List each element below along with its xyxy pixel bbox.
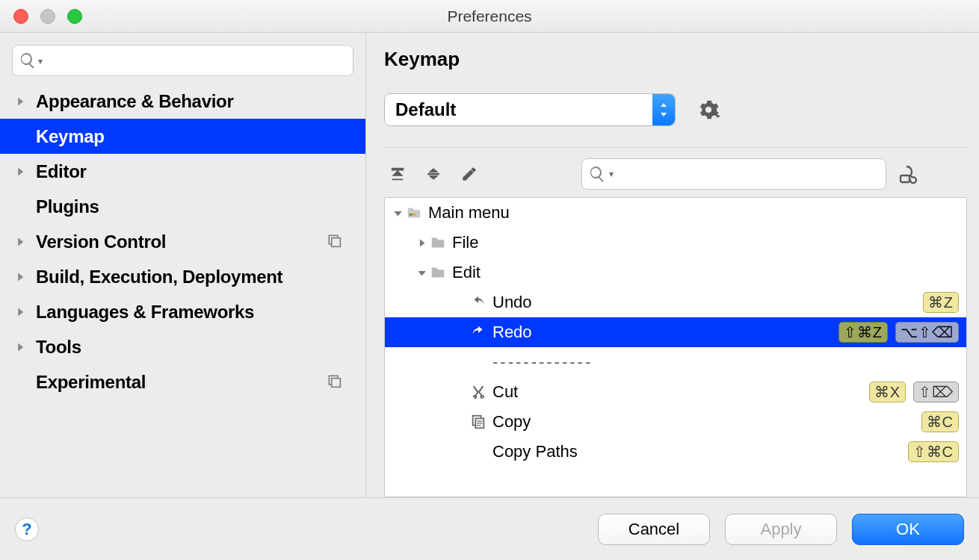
tree-action-item[interactable]: Copy⌘C [385,407,966,437]
dialog-button-bar: ? Cancel Apply OK [0,497,979,560]
category-label: Appearance & Behavior [36,91,233,112]
shortcut-badge: ⌘Z [923,292,959,313]
chevron-right-icon [15,342,28,352]
category-label: Languages & Frameworks [36,302,254,323]
settings-category-item[interactable]: Keymap [0,119,365,154]
settings-sidebar: ▾ Appearance & BehaviorKeymapEditorPlugi… [0,33,366,497]
shortcut-list: ⇧⌘Z⌥⇧⌫ [839,322,959,343]
tree-node-label: File [452,233,478,252]
folder-icon [428,234,448,251]
settings-category-item[interactable]: Editor [0,154,365,189]
tree-expand-icon[interactable] [415,268,428,278]
cut-icon [469,384,488,400]
redo-icon [469,324,488,340]
collapse-all-button[interactable] [420,161,447,187]
shortcut-badge: ⌘X [869,382,906,402]
preferences-window: Preferences ▾ Appearance & BehaviorKeyma… [0,0,979,560]
settings-category-item[interactable]: Build, Execution, Deployment [0,259,365,294]
action-label: Cut [492,382,518,402]
expand-all-icon [389,166,406,182]
settings-category-item[interactable]: Version Control [0,224,365,259]
settings-category-item[interactable]: Plugins [0,189,365,224]
search-icon [588,165,606,183]
shortcut-badge: ⌥⇧⌫ [895,322,959,343]
settings-category-item[interactable]: Experimental [0,364,365,399]
shortcut-badge: ⌘C [921,411,959,432]
shortcut-list: ⌘X⇧⌦ [869,382,959,402]
category-label: Tools [36,337,81,358]
tree-expand-icon[interactable] [391,208,404,218]
action-label: ------------- [492,352,593,372]
settings-category-item[interactable]: Appearance & Behavior [0,84,365,119]
tree-action-item[interactable]: Redo⇧⌘Z⌥⇧⌫ [385,317,966,347]
help-button[interactable]: ? [15,517,39,541]
panel-heading: Keymap [384,48,967,71]
maximize-window-button[interactable] [67,9,82,24]
category-label: Build, Execution, Deployment [36,267,282,287]
copy-icon [469,414,488,430]
tree-action-item[interactable]: Cut⌘X⇧⌦ [385,377,966,407]
shortcut-list: ⌘C [921,411,959,432]
action-label: Undo [492,293,532,312]
close-window-button[interactable] [13,9,28,24]
gear-icon [698,99,719,120]
chevron-right-icon [15,96,28,107]
action-search-field[interactable]: ▾ [581,158,886,190]
chevron-right-icon [15,307,28,317]
chevron-right-icon [15,272,28,282]
tree-separator: ------------- [385,347,966,377]
find-shortcut-icon [898,164,919,184]
expand-all-button[interactable] [384,161,411,187]
category-label: Experimental [36,372,146,393]
shortcut-list: ⇧⌘C [908,441,959,462]
tree-expand-icon[interactable] [415,238,428,248]
category-label: Version Control [36,231,166,252]
cancel-button[interactable]: Cancel [598,514,710,545]
window-title: Preferences [447,7,531,25]
folder-icon [428,264,448,281]
category-label: Editor [36,161,87,182]
chevron-right-icon [15,237,28,247]
settings-search-input[interactable] [46,52,347,69]
action-label: Redo [492,323,532,342]
keymap-toolbar: ▾ [384,158,967,190]
tree-node-label: Main menu [428,203,510,223]
ok-button[interactable]: OK [852,514,964,545]
svg-rect-6 [410,214,413,216]
traffic-lights [13,9,82,24]
edit-shortcut-button[interactable] [456,161,483,187]
tree-node-file[interactable]: File [385,228,966,258]
tree-node-label: Edit [452,263,481,282]
keymap-action-tree[interactable]: Main menu File Edit Undo⌘ZRedo⇧⌘Z⌥⇧⌫----… [384,197,967,497]
category-label: Keymap [36,126,105,147]
tree-node-edit[interactable]: Edit [385,258,966,287]
svg-rect-4 [901,175,909,182]
svg-rect-3 [332,378,341,387]
project-level-icon [327,231,342,252]
collapse-all-icon [425,166,442,182]
find-by-shortcut-button[interactable] [895,161,922,187]
tree-node-main-menu[interactable]: Main menu [385,198,966,228]
separator [384,147,967,148]
shortcut-badge: ⇧⌘C [908,441,959,462]
keymap-profile-value: Default [395,99,456,120]
action-search-chevron-icon[interactable]: ▾ [609,169,614,179]
apply-button[interactable]: Apply [725,514,837,545]
action-label: Copy Paths [492,442,578,461]
action-label: Copy [492,412,531,432]
settings-search-field[interactable]: ▾ [12,45,353,76]
keymap-panel: Keymap Default ▸ [366,33,979,497]
shortcut-badge: ⇧⌦ [913,382,959,402]
action-search-input[interactable] [617,166,880,183]
shortcut-list: ⌘Z [923,292,959,313]
project-level-icon [327,372,342,393]
undo-icon [469,294,488,311]
keymap-profile-select[interactable]: Default [384,93,676,126]
minimize-window-button[interactable] [40,9,55,24]
settings-category-item[interactable]: Languages & Frameworks [0,294,365,329]
settings-category-item[interactable]: Tools [0,329,365,364]
search-history-chevron-icon[interactable]: ▾ [38,55,43,66]
tree-action-item[interactable]: Copy Paths⇧⌘C [385,437,966,467]
tree-action-item[interactable]: Undo⌘Z [385,287,966,317]
keymap-settings-gear-button[interactable]: ▸ [698,99,720,120]
